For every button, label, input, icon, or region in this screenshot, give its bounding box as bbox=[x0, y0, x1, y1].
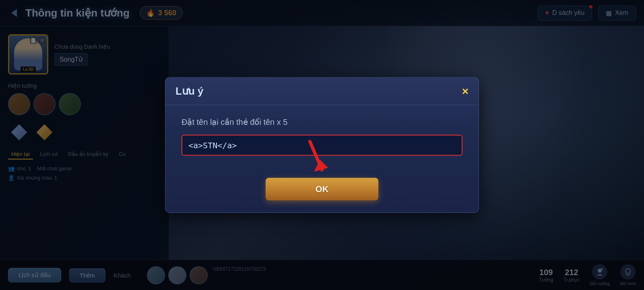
modal-footer: OK bbox=[165, 178, 479, 213]
ok-button[interactable]: OK bbox=[266, 178, 378, 201]
name-input-wrapper bbox=[182, 135, 462, 156]
name-input[interactable] bbox=[188, 141, 456, 150]
modal-body: Đặt tên lại cần thẻ đổi tên x 5 bbox=[165, 105, 479, 178]
modal-close-button[interactable]: × bbox=[462, 85, 469, 97]
modal-title: Lưu ý bbox=[175, 85, 203, 97]
modal-header: Lưu ý × bbox=[165, 78, 479, 105]
modal-description: Đặt tên lại cần thẻ đổi tên x 5 bbox=[182, 117, 462, 127]
modal-dialog: Lưu ý × Đặt tên lại cần thẻ đổi tên x 5 … bbox=[165, 77, 479, 213]
